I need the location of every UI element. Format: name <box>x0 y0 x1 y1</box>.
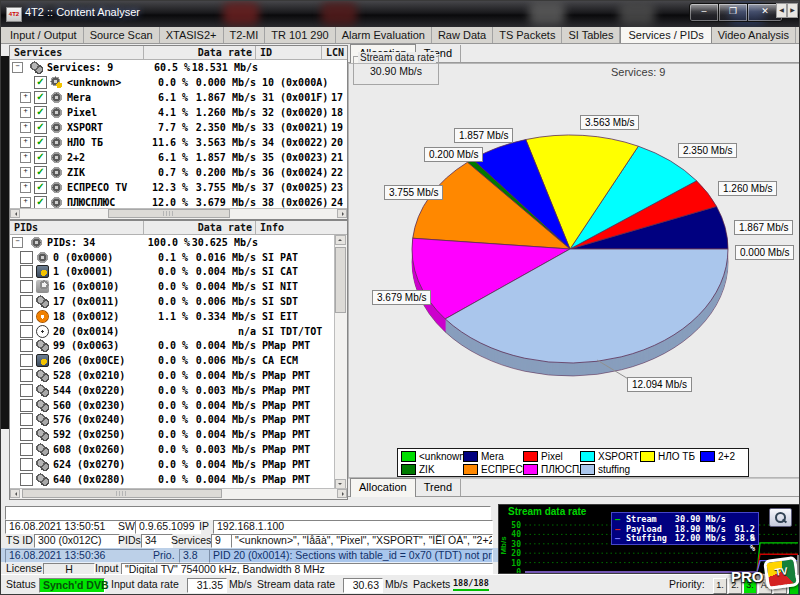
expander-icon[interactable]: + <box>20 167 31 178</box>
pid-checkbox[interactable] <box>20 339 33 352</box>
priority-button-a[interactable]: A. <box>758 578 772 594</box>
pids-header-info[interactable]: Info <box>256 221 347 234</box>
tab-input-output[interactable]: Input / Output <box>4 27 84 43</box>
pid-checkbox[interactable] <box>20 325 33 338</box>
service-checkbox[interactable]: ✓ <box>34 121 47 134</box>
pid-row[interactable]: 528 (0x0210)0.0 %0.004 Mb/sPMap PMT <box>10 368 335 383</box>
priority-button-b[interactable]: B. <box>773 578 787 594</box>
services-header-rate[interactable]: Data rate <box>144 46 256 59</box>
pid-checkbox[interactable] <box>20 473 33 486</box>
pid-checkbox[interactable] <box>20 458 33 471</box>
services-hscrollbar[interactable] <box>10 208 347 219</box>
service-checkbox[interactable]: ✓ <box>34 136 47 149</box>
pid-checkbox[interactable] <box>20 369 33 382</box>
pid-checkbox[interactable] <box>20 310 33 323</box>
pid-row[interactable]: 16 (0x0010)0.0 %0.004 Mb/sSI NIT <box>10 279 335 294</box>
allocation-tab-allocation[interactable]: Allocation <box>350 478 416 497</box>
pid-checkbox[interactable] <box>20 265 33 278</box>
services-header-name[interactable]: Services <box>10 46 144 59</box>
pid-row[interactable]: 206 (0x00CE)0.0 %0.006 Mb/sCA ECM <box>10 353 335 368</box>
pids-header-rate[interactable]: Data rate <box>144 221 256 234</box>
pid-row[interactable]: 608 (0x0260)0.0 %0.003 Mb/sPMap PMT <box>10 442 335 457</box>
maximize-button[interactable]: ❐ <box>718 3 748 22</box>
service-row[interactable]: +✓Mera6.1 %1.867 Mb/s31 (0x001F)17 <box>10 90 347 105</box>
service-row[interactable]: +✓2+26.1 %1.857 Mb/s35 (0x0023)21 <box>10 150 347 165</box>
pid-row[interactable]: 592 (0x0250)0.0 %0.004 Mb/sPMap PMT <box>10 427 335 442</box>
service-row[interactable]: +✓НЛО ТБ11.6 %3.563 Mb/s34 (0x0022)20 <box>10 135 347 150</box>
service-root-row[interactable]: −Services: 960.5 %18.531 Mb/s <box>10 60 347 75</box>
tab-scroll-right-icon[interactable]: ▶ <box>787 3 798 18</box>
service-row[interactable]: ✓<unknown>0.0 %0.000 Mb/s10 (0x000A) <box>10 75 347 90</box>
pid-row[interactable]: 20 (0x0014)n/aSI TDT/TOT <box>10 324 335 339</box>
pid-row[interactable]: 18 (0x0012)1.1 %0.334 Mb/sSI EIT <box>10 309 335 324</box>
pid-checkbox[interactable] <box>20 443 33 456</box>
tab-source-scan[interactable]: Source Scan <box>84 27 160 43</box>
tab-si-tables[interactable]: SI Tables <box>562 27 620 43</box>
services-header-id[interactable]: ID <box>256 46 322 59</box>
service-checkbox[interactable]: ✓ <box>34 76 47 89</box>
collapse-icon[interactable]: − <box>12 62 23 73</box>
service-row[interactable]: +✓ZIK0.7 %0.200 Mb/s36 (0x0024)22 <box>10 165 347 180</box>
expander-icon[interactable]: + <box>20 197 31 208</box>
scroll-thumb[interactable] <box>335 247 346 313</box>
service-checkbox[interactable]: ✓ <box>34 166 47 179</box>
pid-row[interactable]: 560 (0x0230)0.0 %0.004 Mb/sPMap PMT <box>10 398 335 413</box>
pid-checkbox[interactable] <box>20 251 33 264</box>
tab-ts-packets[interactable]: TS Packets <box>493 27 562 43</box>
pid-root-row[interactable]: −PIDs: 34100.0 %30.625 Mb/s <box>10 235 335 250</box>
tab-tr-101-290[interactable]: TR 101 290 <box>265 27 335 43</box>
priority-button-2[interactable]: 2. <box>728 578 742 594</box>
expander-icon[interactable]: + <box>20 107 31 118</box>
pid-row[interactable]: 544 (0x0220)0.0 %0.003 Mb/sPMap PMT <box>10 383 335 398</box>
pids-header-name[interactable]: PIDs <box>10 221 144 234</box>
pid-checkbox[interactable] <box>20 384 33 397</box>
tab-t2-mi[interactable]: T2-MI <box>224 27 266 43</box>
scroll-thumb[interactable] <box>108 209 230 218</box>
expander-icon[interactable]: + <box>20 137 31 148</box>
tab-services-pids[interactable]: Services / PIDs <box>620 27 711 44</box>
pid-checkbox[interactable] <box>20 295 33 308</box>
pid-row[interactable]: 99 (0x0063)0.0 %0.004 Mb/sPMap PMT <box>10 339 335 354</box>
service-checkbox[interactable]: ✓ <box>34 151 47 164</box>
pid-row[interactable]: 0 (0x0000)0.1 %0.016 Mb/sSI PAT <box>10 250 335 265</box>
pie-chart[interactable] <box>349 64 800 464</box>
service-row[interactable]: +✓ЕСПРЕСО TV12.3 %3.755 Mb/s37 (0x0025)2… <box>10 180 347 195</box>
app-icon[interactable]: 4T2 <box>6 7 22 22</box>
pids-hscrollbar[interactable] <box>10 488 347 499</box>
service-checkbox[interactable]: ✓ <box>34 91 47 104</box>
pid-row[interactable]: 1 (0x0001)0.0 %0.004 Mb/sSI CAT <box>10 265 335 280</box>
tab-xtasis2[interactable]: XTASIS2+ <box>160 27 224 43</box>
scroll-right-icon[interactable] <box>337 489 347 498</box>
pid-checkbox[interactable] <box>20 428 33 441</box>
service-row[interactable]: +✓ПЛЮСПЛЮС12.0 %3.679 Mb/s38 (0x0026)24 <box>10 195 347 209</box>
scroll-thumb[interactable] <box>22 489 222 498</box>
scroll-left-icon[interactable] <box>10 209 20 218</box>
expander-icon[interactable]: + <box>20 152 31 163</box>
pid-row[interactable]: 640 (0x0280)0.0 %0.004 Mb/sPMap PMT <box>10 472 335 487</box>
collapse-icon[interactable]: − <box>12 237 23 248</box>
expander-icon[interactable]: + <box>20 122 31 133</box>
minimize-button[interactable]: – <box>689 3 719 22</box>
service-row[interactable]: +✓Pixel4.1 %1.260 Mb/s32 (0x0020)18 <box>10 105 347 120</box>
services-header-lcn[interactable]: LCN <box>322 46 347 59</box>
scroll-up-icon[interactable] <box>335 235 346 245</box>
pid-checkbox[interactable] <box>20 354 33 367</box>
scroll-left-icon[interactable] <box>10 489 20 498</box>
magnifier-icon[interactable] <box>769 508 792 527</box>
pid-row[interactable]: 624 (0x0270)0.0 %0.004 Mb/sPMap PMT <box>10 457 335 472</box>
pid-checkbox[interactable] <box>20 280 33 293</box>
tab-raw-data[interactable]: Raw Data <box>432 27 493 43</box>
tab-video-analysis[interactable]: Video Analysis <box>712 27 796 43</box>
service-row[interactable]: +✓XSPORT7.7 %2.350 Mb/s33 (0x0021)19 <box>10 120 347 135</box>
expander-icon[interactable]: + <box>20 182 31 193</box>
priority-button-1[interactable]: 1. <box>713 578 727 594</box>
pids-vscrollbar[interactable] <box>334 235 347 489</box>
pid-checkbox[interactable] <box>20 399 33 412</box>
tab-table-distribution[interactable]: Table Distribution <box>796 27 800 43</box>
allocation-tab-trend[interactable]: Trend <box>416 479 461 496</box>
pid-checkbox[interactable] <box>20 413 33 426</box>
pid-row[interactable]: 576 (0x0240)0.0 %0.004 Mb/sPMap PMT <box>10 413 335 428</box>
pid-row[interactable]: 17 (0x0011)0.0 %0.006 Mb/sSI SDT <box>10 294 335 309</box>
tab-alarm-evaluation[interactable]: Alarm Evaluation <box>336 27 432 43</box>
service-checkbox[interactable]: ✓ <box>34 181 47 194</box>
